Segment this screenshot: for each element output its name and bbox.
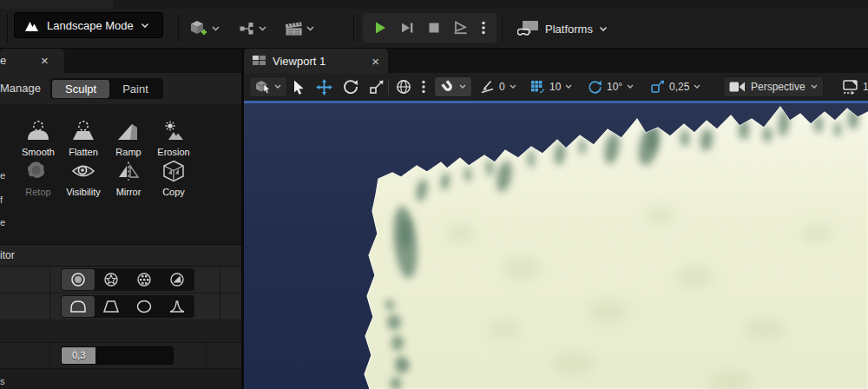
transform-tools-group — [293, 73, 385, 101]
grid-snap-value: 10 — [549, 81, 561, 93]
grid-snap-group[interactable]: 10 — [530, 73, 572, 101]
screen-percentage-value: 1 — [863, 81, 868, 93]
editor-mode-label: Landscape Mode — [47, 19, 134, 32]
toolbar-divider — [353, 14, 354, 43]
toolbar-divider — [7, 14, 8, 43]
brush-falloff-row — [0, 293, 241, 320]
brush-pattern-button[interactable] — [128, 269, 161, 290]
brush-circle-button[interactable] — [62, 269, 95, 290]
coordinate-group — [396, 73, 425, 101]
row-divider — [220, 267, 220, 293]
blueprints-icon — [240, 22, 255, 36]
tool-retop[interactable]: Retop — [16, 160, 61, 197]
chevron-down-icon — [811, 84, 818, 89]
smooth-tool-icon — [25, 120, 51, 142]
brush-strength-row: 0,3 — [0, 343, 241, 369]
settings-spacer-row — [0, 320, 241, 343]
platforms-icon — [517, 20, 539, 38]
mode-tab-group: Sculpt Paint — [50, 78, 163, 99]
surface-snap-group[interactable]: 0 — [480, 73, 516, 101]
scale-snap-group[interactable]: 0,25 — [650, 73, 700, 101]
tool-label-fragment: e — [0, 170, 5, 181]
mirror-tool-icon — [115, 160, 141, 182]
scale-tool-icon[interactable] — [369, 79, 385, 95]
stop-button[interactable] — [422, 16, 445, 39]
brush-component-button[interactable] — [161, 269, 194, 290]
tool-erosion[interactable]: Erosion — [151, 120, 196, 157]
frame-skip-button[interactable] — [395, 16, 418, 39]
scale-snap-value: 0,25 — [669, 81, 689, 93]
tool-flatten[interactable]: Flatten — [61, 120, 106, 157]
play-button[interactable] — [368, 16, 391, 39]
tab-paint[interactable]: Paint — [109, 80, 161, 98]
play-controls-group — [363, 13, 496, 43]
tool-label: Visibility — [61, 187, 106, 197]
tool-label: Retop — [16, 187, 61, 197]
mountain-icon — [23, 19, 40, 32]
chevron-down-icon — [565, 84, 572, 89]
rotate-tool-icon[interactable] — [343, 79, 358, 95]
tool-copy[interactable]: Copy — [151, 160, 196, 197]
add-actor-button[interactable] — [189, 15, 220, 43]
landscape-panel-tab[interactable]: e × — [0, 49, 64, 73]
falloff-tip-button[interactable] — [161, 296, 194, 317]
slider-value: 0,3 — [72, 347, 85, 364]
bottom-label-fragment: s — [0, 376, 5, 386]
snapping-dropdown[interactable] — [434, 76, 472, 97]
tool-mirror[interactable]: Mirror — [106, 160, 151, 197]
rotation-snap-icon — [588, 80, 602, 95]
ramp-tool-icon — [115, 120, 141, 142]
screen-percentage-group[interactable]: 1 — [843, 73, 868, 101]
window-top-strip — [0, 0, 868, 9]
tool-label-fragment: f — [0, 194, 3, 205]
camera-mode-group: Perspective — [723, 73, 824, 101]
falloff-linear-button[interactable] — [95, 296, 128, 317]
close-icon[interactable]: × — [372, 55, 379, 68]
platforms-label: Platforms — [545, 23, 593, 36]
falloff-smooth-button[interactable] — [62, 296, 95, 317]
launch-button[interactable] — [449, 16, 472, 39]
toolbar-divider — [502, 14, 503, 43]
chevron-down-icon — [510, 84, 516, 89]
select-mode-icon — [255, 80, 271, 94]
row-divider — [49, 293, 50, 320]
cursor-icon[interactable] — [293, 80, 306, 95]
tool-visibility[interactable]: Visibility — [61, 160, 106, 197]
platforms-dropdown[interactable]: Platforms — [517, 15, 608, 43]
falloff-sphere-button[interactable] — [128, 296, 161, 317]
viewport-3d-canvas[interactable] — [244, 103, 868, 389]
row-divider — [49, 343, 50, 369]
play-options-kebab-icon[interactable] — [476, 16, 491, 39]
tool-smooth[interactable]: Smooth — [16, 120, 61, 157]
snap-magnet-icon — [440, 80, 456, 95]
chevron-down-icon — [459, 84, 466, 89]
tab-sculpt[interactable]: Sculpt — [52, 80, 109, 98]
viewport-toolbar: 0 10 — [244, 73, 868, 101]
grid-snap-icon — [530, 80, 545, 94]
blueprints-button[interactable] — [240, 15, 266, 43]
viewport-tab[interactable]: Viewport 1 × — [244, 49, 388, 73]
eye-icon — [70, 160, 96, 182]
row-divider — [206, 343, 207, 369]
select-mode-dropdown[interactable] — [249, 76, 287, 97]
section-header[interactable]: itor — [0, 244, 241, 267]
viewport-kebab-icon[interactable] — [422, 80, 425, 94]
perspective-dropdown[interactable]: Perspective — [723, 76, 824, 97]
toolbar-divider — [388, 79, 389, 95]
tool-ramp[interactable]: Ramp — [106, 120, 151, 157]
snap-magnet-group — [434, 73, 472, 101]
cinematics-button[interactable] — [285, 15, 314, 43]
brush-alpha-button[interactable] — [95, 269, 128, 290]
viewport-pane: 0 10 — [244, 73, 868, 389]
brush-strength-slider[interactable]: 0,3 — [61, 346, 174, 365]
landscape-mode-tabs-row: Manage Sculpt Paint — [0, 73, 241, 104]
rotation-snap-group[interactable]: 10° — [588, 73, 634, 101]
surface-snap-value: 0 — [499, 81, 505, 93]
close-icon[interactable]: × — [41, 54, 49, 67]
editor-mode-selector[interactable]: Landscape Mode — [14, 12, 163, 38]
tab-manage[interactable]: Manage — [0, 82, 41, 95]
world-space-icon[interactable] — [396, 79, 411, 95]
dock-tab-bar — [0, 49, 868, 73]
move-tool-icon[interactable] — [316, 79, 332, 96]
cinematics-icon — [285, 21, 303, 36]
